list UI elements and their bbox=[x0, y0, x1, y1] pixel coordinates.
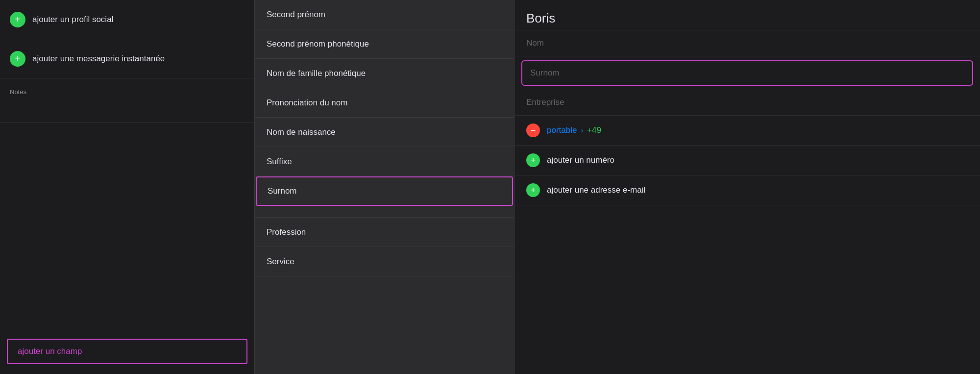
phone-number-value: +49 bbox=[587, 125, 601, 135]
notes-section: Notes bbox=[0, 78, 254, 123]
remove-phone-button[interactable]: − bbox=[526, 124, 540, 137]
middle-panel: Second prénom Second prénom phonétique N… bbox=[255, 0, 514, 374]
phone-row: − portable › +49 bbox=[514, 116, 980, 146]
chevron-right-icon: › bbox=[581, 126, 583, 134]
menu-item-prononciation-nom[interactable]: Prononciation du nom bbox=[255, 88, 514, 118]
add-social-row[interactable]: + ajouter un profil social bbox=[0, 0, 254, 39]
menu-item-nom-naissance[interactable]: Nom de naissance bbox=[255, 118, 514, 147]
menu-item-label: Second prénom phonétique bbox=[267, 39, 369, 49]
phone-type-label[interactable]: portable bbox=[547, 125, 577, 135]
add-email-label: ajouter une adresse e-mail bbox=[547, 185, 645, 195]
add-email-row[interactable]: + ajouter une adresse e-mail bbox=[514, 175, 980, 205]
menu-item-second-prenom-phonetique[interactable]: Second prénom phonétique bbox=[255, 29, 514, 59]
contact-name: Boris bbox=[514, 0, 980, 30]
menu-item-label: Second prénom bbox=[267, 10, 325, 20]
menu-item-suffixe[interactable]: Suffixe bbox=[255, 147, 514, 176]
add-messaging-label: ajouter une messagerie instantanée bbox=[32, 54, 165, 64]
minus-icon: − bbox=[531, 126, 536, 135]
plus-icon: + bbox=[531, 156, 536, 165]
menu-item-label: Service bbox=[267, 257, 294, 267]
menu-section-2: Profession Service bbox=[255, 218, 514, 276]
nom-field[interactable]: Nom bbox=[514, 30, 980, 56]
add-numero-button[interactable]: + bbox=[526, 153, 540, 167]
menu-section-1: Second prénom Second prénom phonétique N… bbox=[255, 0, 514, 206]
notes-label: Notes bbox=[10, 88, 26, 96]
nom-placeholder: Nom bbox=[526, 38, 544, 48]
menu-item-profession[interactable]: Profession bbox=[255, 218, 514, 247]
plus-icon: + bbox=[15, 53, 21, 63]
menu-item-service[interactable]: Service bbox=[255, 247, 514, 276]
menu-item-nom-famille-phonetique[interactable]: Nom de famille phonétique bbox=[255, 59, 514, 88]
add-social-button[interactable]: + bbox=[10, 12, 25, 27]
right-panel: Boris Nom Surnom Entreprise − portable ›… bbox=[514, 0, 980, 374]
entreprise-placeholder: Entreprise bbox=[526, 98, 564, 107]
surnom-placeholder: Surnom bbox=[530, 68, 560, 77]
add-numero-row[interactable]: + ajouter un numéro bbox=[514, 146, 980, 175]
menu-section-gap bbox=[255, 206, 514, 218]
menu-item-label: Prononciation du nom bbox=[267, 98, 347, 108]
menu-item-label: Surnom bbox=[268, 186, 297, 196]
add-messaging-button[interactable]: + bbox=[10, 51, 25, 67]
add-email-button[interactable]: + bbox=[526, 183, 540, 197]
entreprise-field[interactable]: Entreprise bbox=[514, 90, 980, 116]
add-numero-label: ajouter un numéro bbox=[547, 155, 614, 165]
menu-item-label: Nom de naissance bbox=[267, 127, 336, 137]
surnom-field[interactable]: Surnom bbox=[521, 60, 973, 86]
plus-icon: + bbox=[531, 186, 536, 195]
add-social-label: ajouter un profil social bbox=[32, 15, 113, 25]
menu-item-label: Nom de famille phonétique bbox=[267, 69, 366, 78]
add-champ-row[interactable]: ajouter un champ bbox=[7, 339, 247, 364]
add-champ-label: ajouter un champ bbox=[18, 347, 82, 356]
menu-item-surnom[interactable]: Surnom bbox=[256, 176, 513, 206]
menu-item-label: Suffixe bbox=[267, 157, 292, 167]
left-panel: + ajouter un profil social + ajouter une… bbox=[0, 0, 255, 374]
menu-item-label: Profession bbox=[267, 227, 306, 237]
plus-icon: + bbox=[15, 14, 21, 24]
menu-item-second-prenom[interactable]: Second prénom bbox=[255, 0, 514, 29]
add-messaging-row[interactable]: + ajouter une messagerie instantanée bbox=[0, 39, 254, 78]
